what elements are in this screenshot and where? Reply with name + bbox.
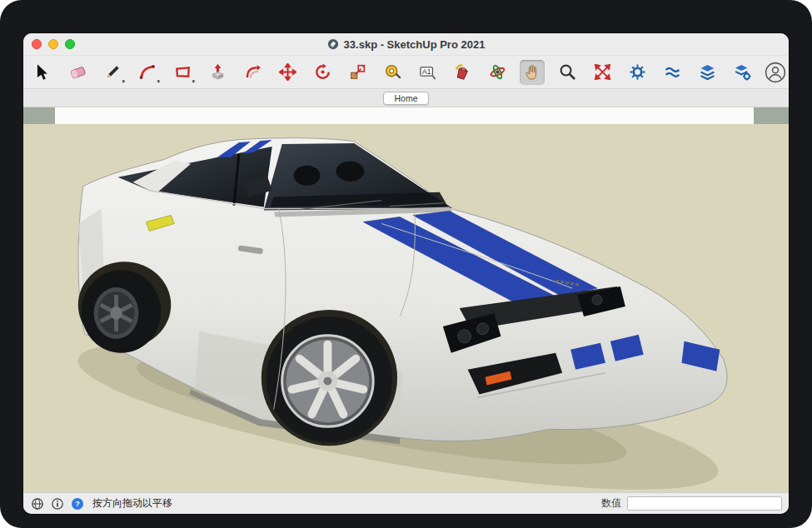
rectangle-icon [174, 63, 192, 81]
measurements-label: 数值 [601, 496, 621, 511]
offset-icon [244, 63, 262, 81]
minimize-button[interactable] [48, 39, 58, 49]
title-area: 33.skp - SketchUp Pro 2021 [23, 33, 789, 55]
close-button[interactable] [32, 39, 42, 49]
cursor-icon [34, 63, 52, 81]
eraser-tool-button[interactable] [65, 60, 90, 85]
tape-measure-tool-button[interactable] [380, 60, 405, 85]
chevron-down-icon[interactable]: ▾ [192, 78, 195, 84]
offset-tool-button[interactable] [240, 60, 265, 85]
question-mark-icon: ? [71, 497, 84, 511]
move-arrows-icon [279, 63, 296, 81]
user-avatar-icon [765, 62, 786, 83]
measurements-input[interactable] [627, 496, 782, 511]
svg-text:A1: A1 [421, 67, 431, 76]
layers-gear-icon [734, 63, 751, 81]
titlebar: 33.skp - SketchUp Pro 2021 [23, 33, 789, 56]
scene-tabs: Home [23, 90, 789, 107]
help-button[interactable]: ? [70, 496, 84, 511]
push-pull-tool-button[interactable] [205, 60, 230, 85]
zoom-tool-button[interactable] [555, 60, 580, 85]
layers-icon [699, 63, 716, 81]
toolbar: ▾▾▾A1 [23, 56, 789, 89]
shapes-tool-button[interactable]: ▾ [170, 60, 195, 85]
paint-bucket-tool-button[interactable] [450, 60, 475, 85]
gear-icon [629, 63, 646, 81]
zoom-extents-tool-button[interactable] [590, 60, 615, 85]
pan-tool-button[interactable] [520, 60, 545, 85]
soften-edges-tool-button[interactable] [660, 60, 685, 85]
window-title: 33.skp - SketchUp Pro 2021 [344, 38, 486, 51]
chevron-down-icon[interactable]: ▾ [157, 78, 160, 84]
orbit-icon [489, 63, 506, 81]
rotate-tool-button[interactable] [310, 60, 335, 85]
push-pull-icon [209, 63, 227, 81]
globe-icon [31, 497, 44, 511]
viewport-corner-left [23, 107, 55, 124]
credits-button[interactable] [50, 496, 64, 511]
orbit-tool-button[interactable] [485, 60, 510, 85]
statusbar: ?按方向拖动以平移 数值 [23, 492, 789, 514]
status-hint: 按方向拖动以平移 [92, 496, 172, 511]
scale-tool-button[interactable] [345, 60, 370, 85]
line-tool-button[interactable]: ▾ [100, 60, 125, 85]
viewport-sky [55, 107, 754, 124]
viewport-corner-right [754, 107, 789, 124]
arc-icon [139, 63, 157, 81]
hand-icon [524, 63, 541, 81]
fullscreen-button[interactable] [65, 39, 75, 49]
model-settings-tool-button[interactable] [625, 60, 650, 85]
text-tool-button[interactable]: A1 [415, 60, 440, 85]
device-frame: 33.skp - SketchUp Pro 2021 ▾▾▾A1 Home [0, 0, 812, 528]
tape-measure-icon [384, 63, 401, 81]
info-icon [51, 497, 64, 511]
svg-text:?: ? [75, 500, 80, 508]
waves-icon [664, 63, 681, 81]
arc-tool-button[interactable]: ▾ [135, 60, 160, 85]
rotate-icon [314, 63, 331, 81]
scene-tab-home[interactable]: Home [383, 92, 428, 105]
viewport-ground [23, 124, 789, 492]
paint-bucket-icon [454, 63, 471, 81]
move-tool-button[interactable] [275, 60, 300, 85]
viewport-horizon-band [23, 107, 789, 124]
layers-tool-button[interactable] [695, 60, 720, 85]
select-tool-button[interactable] [30, 60, 55, 85]
text-label-icon: A1 [419, 63, 436, 81]
sketchup-window: 33.skp - SketchUp Pro 2021 ▾▾▾A1 Home [23, 33, 789, 514]
scale-icon [349, 63, 366, 81]
layer-settings-tool-button[interactable] [730, 60, 755, 85]
pencil-icon [104, 63, 122, 81]
traffic-lights [32, 39, 75, 49]
magnifier-icon [559, 63, 576, 81]
eraser-icon [69, 63, 87, 81]
viewport-canvas[interactable] [23, 107, 789, 492]
sketchup-logo-icon [327, 38, 339, 50]
account-avatar-button[interactable] [765, 62, 786, 83]
zoom-extents-icon [594, 63, 611, 81]
car-model [23, 124, 789, 492]
chevron-down-icon[interactable]: ▾ [122, 78, 125, 84]
geolocation-button[interactable] [30, 496, 44, 511]
